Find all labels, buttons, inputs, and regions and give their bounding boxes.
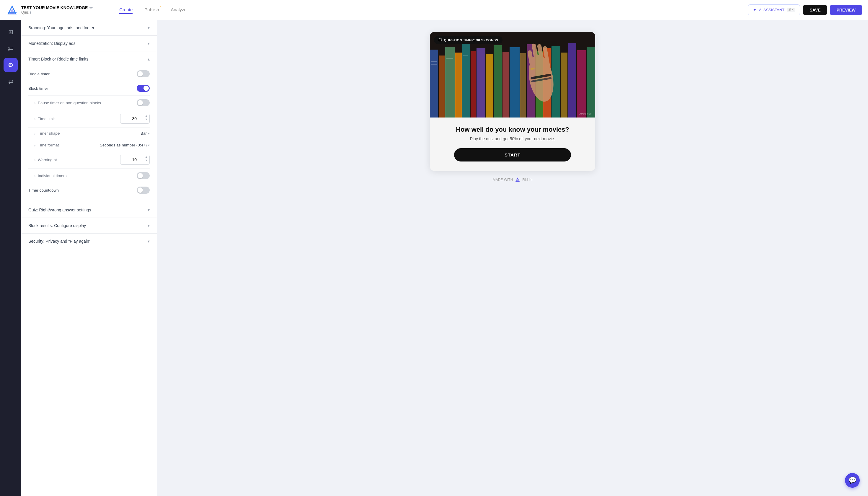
riddle-timer-toggle[interactable] (137, 70, 150, 77)
accordion-security-header[interactable]: Security: Privacy and "Play again" ▾ (21, 234, 157, 249)
save-button[interactable]: SAVE (803, 5, 827, 15)
tab-analyze[interactable]: Analyze (171, 6, 187, 14)
svg-rect-13 (502, 52, 509, 118)
time-limit-row: ↳ Time limit ▲ ▼ (28, 110, 150, 127)
svg-rect-14 (510, 47, 520, 118)
timer-settings-content: Riddle timer Block timer (21, 67, 157, 202)
ai-assistant-button[interactable]: ✦ AI ASSISTANT ⌘K (748, 4, 801, 15)
icon-sidebar: ⊞ 🏷 ⚙ ⇄ (0, 20, 21, 496)
chevron-up-icon: ▴ (148, 57, 150, 61)
made-with-footer: MADE WITH Riddle (430, 177, 595, 183)
time-limit-up[interactable]: ▲ (145, 114, 148, 118)
ai-star-icon: ✦ (753, 7, 757, 13)
sidebar-tag-button[interactable]: 🏷 (3, 41, 18, 56)
svg-rect-21 (568, 43, 576, 118)
preview-button[interactable]: PREVIEW (830, 5, 862, 15)
riddle-timer-thumb (138, 71, 143, 76)
chevron-down-icon: ▾ (148, 26, 150, 30)
chat-fab-button[interactable]: 💬 (845, 473, 860, 488)
warning-at-row: ↳ Warning at ▲ ▼ (28, 151, 150, 169)
accordion-block-results-header[interactable]: Block results: Configure display ▾ (21, 218, 157, 233)
tab-publish[interactable]: Publish (144, 6, 159, 14)
time-format-select[interactable]: Seconds as number (0:47) ▾ (100, 143, 150, 147)
riddle-logo-icon (515, 177, 521, 183)
svg-rect-22 (577, 50, 586, 118)
time-limit-down[interactable]: ▼ (145, 118, 148, 121)
timer-countdown-toggle[interactable] (137, 187, 150, 194)
chevron-down-icon: ▾ (148, 207, 150, 212)
svg-rect-4 (430, 50, 438, 118)
svg-rect-7 (455, 52, 462, 118)
top-navigation: TEST YOUR MOVIE KNOWLEDGE ✏ Quiz ℹ Creat… (0, 0, 868, 20)
svg-rect-26 (446, 59, 453, 59)
pause-timer-toggle[interactable] (137, 99, 150, 106)
accordion-security: Security: Privacy and "Play again" ▾ (21, 234, 157, 249)
accordion-quiz-settings: Quiz: Right/wrong answer settings ▾ (21, 202, 157, 218)
preview-image: ⏱ QUESTION TIMER: 30 SECONDS pexels.com (430, 32, 595, 118)
edit-title-icon[interactable]: ✏ (90, 5, 93, 10)
accordion-quiz-settings-header[interactable]: Quiz: Right/wrong answer settings ▾ (21, 202, 157, 218)
accordion-monetization-header[interactable]: Monetization: Display ads ▾ (21, 36, 157, 51)
sub-arrow-icon: ↳ (33, 117, 36, 121)
svg-rect-6 (445, 47, 455, 118)
chevron-down-icon: ▾ (148, 223, 150, 228)
chevron-down-icon: ▾ (148, 131, 150, 136)
project-title: TEST YOUR MOVIE KNOWLEDGE ✏ (21, 5, 93, 10)
start-button[interactable]: START (454, 148, 571, 161)
time-format-row: ↳ Time format Seconds as number (0:47) ▾ (28, 139, 150, 151)
svg-rect-27 (463, 56, 468, 56)
riddle-timer-label: Riddle timer (28, 72, 50, 76)
chevron-down-icon: ▾ (148, 41, 150, 46)
block-timer-thumb (143, 86, 149, 91)
warning-at-up[interactable]: ▲ (145, 155, 148, 158)
main-layout: ⊞ 🏷 ⚙ ⇄ Branding: Your logo, ads, and fo… (0, 20, 868, 496)
preview-title: How well do you know your movies? (439, 126, 586, 134)
block-timer-toggle[interactable] (137, 85, 150, 92)
tab-create[interactable]: Create (119, 6, 133, 14)
pause-timer-row: ↳ Pause timer on non question blocks (28, 96, 150, 110)
sidebar-share-button[interactable]: ⇄ (3, 74, 18, 89)
svg-rect-5 (439, 56, 445, 118)
settings-panel: Branding: Your logo, ads, and footer ▾ M… (21, 20, 157, 496)
time-limit-input-wrap: ▲ ▼ (120, 114, 150, 124)
warning-at-spinner: ▲ ▼ (145, 155, 148, 162)
chevron-down-icon: ▾ (148, 239, 150, 244)
accordion-block-results: Block results: Configure display ▾ (21, 218, 157, 234)
sidebar-settings-button[interactable]: ⚙ (3, 58, 18, 72)
accordion-branding-header[interactable]: Branding: Your logo, ads, and footer ▾ (21, 20, 157, 35)
individual-timers-toggle[interactable] (137, 172, 150, 179)
pause-timer-thumb (138, 100, 143, 105)
timer-shape-row: ↳ Timer shape Bar ▾ (28, 127, 150, 139)
info-icon[interactable]: ℹ (30, 10, 31, 14)
riddle-timer-row: Riddle timer (28, 67, 150, 81)
pexels-credit: pexels.com (579, 112, 592, 115)
warning-at-down[interactable]: ▼ (145, 159, 148, 162)
sub-arrow-icon: ↳ (33, 143, 36, 147)
timer-shape-label: ↳ Timer shape (28, 131, 60, 136)
individual-timers-label: ↳ Individual timers (28, 174, 67, 178)
accordion-timer-header[interactable]: Timer: Block or Riddle time limits ▴ (21, 51, 157, 67)
timer-countdown-thumb (138, 187, 143, 193)
svg-rect-25 (431, 64, 437, 65)
svg-rect-10 (477, 48, 485, 118)
sidebar-grid-button[interactable]: ⊞ (3, 25, 18, 39)
svg-rect-11 (486, 54, 493, 118)
svg-rect-8 (462, 44, 470, 118)
svg-rect-12 (494, 45, 502, 118)
svg-rect-24 (431, 61, 437, 62)
warning-at-label: ↳ Warning at (28, 158, 57, 162)
timer-shape-select[interactable]: Bar ▾ (141, 131, 150, 136)
svg-rect-15 (520, 53, 526, 118)
individual-timers-row: ↳ Individual timers (28, 169, 150, 183)
time-limit-label: ↳ Time limit (28, 117, 55, 121)
preview-area: ⏱ QUESTION TIMER: 30 SECONDS pexels.com … (157, 20, 868, 496)
preview-content: How well do you know your movies? Play t… (430, 118, 595, 171)
preview-subtitle: Play the quiz and get 50% off your next … (439, 136, 586, 141)
warning-at-input-wrap: ▲ ▼ (120, 155, 150, 165)
timer-clock-icon: ⏱ (438, 38, 442, 42)
logo-area[interactable]: TEST YOUR MOVIE KNOWLEDGE ✏ Quiz ℹ (6, 4, 93, 16)
timer-badge: ⏱ QUESTION TIMER: 30 SECONDS (434, 36, 502, 44)
sub-arrow-icon: ↳ (33, 131, 36, 136)
time-limit-spinner: ▲ ▼ (145, 114, 148, 121)
timer-countdown-row: Timer countdown (28, 183, 150, 197)
